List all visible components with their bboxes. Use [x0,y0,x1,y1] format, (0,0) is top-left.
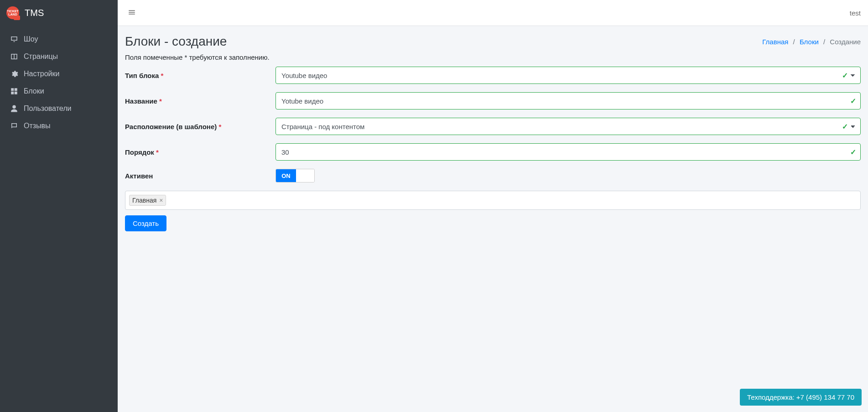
tag-input[interactable]: Главная × [125,191,861,210]
label-order: Порядок * [125,148,275,156]
sidebar-item-settings[interactable]: Настройки [4,65,114,83]
brand-text: TMS [25,8,44,18]
page-title: Блоки - создание [125,34,227,49]
toggle-on-label: ON [276,169,296,182]
sidebar-item-show[interactable]: Шоу [4,31,114,48]
topbar-user[interactable]: test [850,9,861,17]
sidebar-nav: Шоу Страницы Настройки Блоки Пользовател… [0,26,118,139]
sidebar-item-users[interactable]: Пользователи [4,100,114,117]
toggle-off-space [296,169,314,182]
sidebar-item-blocks[interactable]: Блоки [4,83,114,100]
label-name: Название * [125,97,275,105]
input-order[interactable] [275,143,861,161]
sidebar-item-label: Шоу [24,35,38,43]
sidebar-item-label: Отзывы [24,122,51,130]
select-block-type[interactable]: Youtube видео [275,67,861,84]
form-row-name: Название * ✓ [125,92,861,110]
breadcrumb-blocks[interactable]: Блоки [800,38,819,46]
sidebar-item-reviews[interactable]: Отзывы [4,117,114,135]
sidebar: TICKET LAND TMS Шоу Страницы Настройки [0,0,118,412]
tag-remove-icon[interactable]: × [159,197,163,204]
sidebar-item-pages[interactable]: Страницы [4,48,114,65]
sidebar-item-label: Блоки [24,87,44,95]
menu-toggle-button[interactable] [125,5,139,21]
main-content: Блоки - создание Главная / Блоки / Созда… [118,0,868,412]
grid-icon [9,87,19,95]
brand-logo: TICKET LAND [6,6,19,19]
support-button[interactable]: Техподдержка: +7 (495) 134 77 70 [740,389,862,406]
tag-label: Главная [132,197,156,204]
input-name[interactable] [275,92,861,110]
tag-item: Главная × [129,195,166,206]
content-header: Блоки - создание Главная / Блоки / Созда… [118,26,868,53]
user-icon [9,104,19,113]
breadcrumb-home[interactable]: Главная [762,38,788,46]
breadcrumb-current: Создание [830,38,861,46]
sidebar-item-label: Страницы [24,52,58,61]
toggle-active[interactable]: ON [275,169,315,183]
select-placement[interactable]: Страница - под контентом [275,118,861,135]
submit-button[interactable]: Создать [125,215,166,231]
content-body: Поля помеченные * требуются к заполнению… [118,53,868,412]
label-active: Активен [125,172,275,180]
sidebar-item-label: Пользователи [24,104,71,113]
breadcrumb: Главная / Блоки / Создание [762,38,861,46]
breadcrumb-sep: / [823,38,825,46]
form-hint: Поля помеченные * требуются к заполнению… [125,53,861,61]
gear-icon [9,70,19,78]
form-row-placement: Расположение (в шаблоне) * Страница - по… [125,118,861,135]
form-row-order: Порядок * ✓ [125,143,861,161]
sidebar-item-label: Настройки [24,70,59,78]
label-block-type: Тип блока * [125,72,275,79]
brand[interactable]: TICKET LAND TMS [0,0,118,26]
topbar: test [118,0,868,26]
form-row-active: Активен ON [125,169,861,183]
breadcrumb-sep: / [793,38,795,46]
hamburger-icon [128,11,136,18]
monitor-icon [9,35,19,43]
chat-icon [9,122,19,130]
label-placement: Расположение (в шаблоне) * [125,123,275,130]
columns-icon [9,52,19,61]
form-row-block-type: Тип блока * Youtube видео ✓ [125,67,861,84]
